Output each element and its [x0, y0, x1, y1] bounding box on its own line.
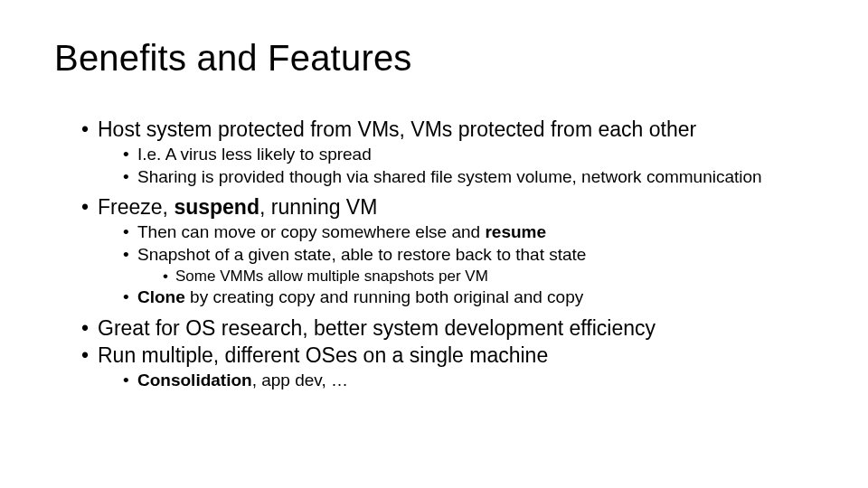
sub-item: Consolidation, app dev, …: [123, 370, 814, 391]
sub-item: Sharing is provided though via shared fi…: [123, 166, 814, 188]
bullet-item: Freeze, suspend, running VM Then can mov…: [81, 194, 814, 307]
sub-list: Then can move or copy somewhere else and…: [98, 221, 814, 308]
text-bold: suspend: [174, 195, 259, 219]
bullet-item: Host system protected from VMs, VMs prot…: [81, 117, 814, 187]
slide-title: Benefits and Features: [54, 38, 814, 79]
text-run: by creating copy and running both origin…: [185, 287, 583, 306]
text-run: Snapshot of a given state, able to resto…: [137, 245, 586, 264]
text-run: , app dev, …: [252, 371, 348, 389]
bullet-list: Host system protected from VMs, VMs prot…: [54, 117, 814, 391]
sub-sub-item: Some VMMs allow multiple snapshots per V…: [163, 267, 814, 286]
sub-list: Consolidation, app dev, …: [98, 370, 814, 391]
text-bold: resume: [485, 222, 546, 241]
bullet-item: Great for OS research, better system dev…: [81, 315, 814, 342]
sub-item: Clone by creating copy and running both …: [123, 286, 814, 308]
text-bold: Consolidation: [137, 371, 252, 389]
sub-sub-list: Some VMMs allow multiple snapshots per V…: [137, 267, 814, 286]
sub-item: Snapshot of a given state, able to resto…: [123, 244, 814, 286]
text-run: Then can move or copy somewhere else and: [137, 222, 485, 241]
text-run: , running VM: [259, 195, 377, 219]
sub-item: I.e. A virus less likely to spread: [123, 144, 814, 165]
bullet-item: Run multiple, different OSes on a single…: [81, 343, 814, 391]
sub-list: I.e. A virus less likely to spread Shari…: [98, 144, 814, 188]
bullet-text: Host system protected from VMs, VMs prot…: [98, 117, 696, 141]
text-bold: Clone: [137, 287, 185, 306]
bullet-text: Freeze, suspend, running VM: [98, 195, 377, 219]
slide: Benefits and Features Host system protec…: [0, 0, 868, 488]
sub-item: Then can move or copy somewhere else and…: [123, 221, 814, 243]
text-run: Freeze,: [98, 195, 174, 219]
bullet-text: Run multiple, different OSes on a single…: [98, 343, 548, 367]
